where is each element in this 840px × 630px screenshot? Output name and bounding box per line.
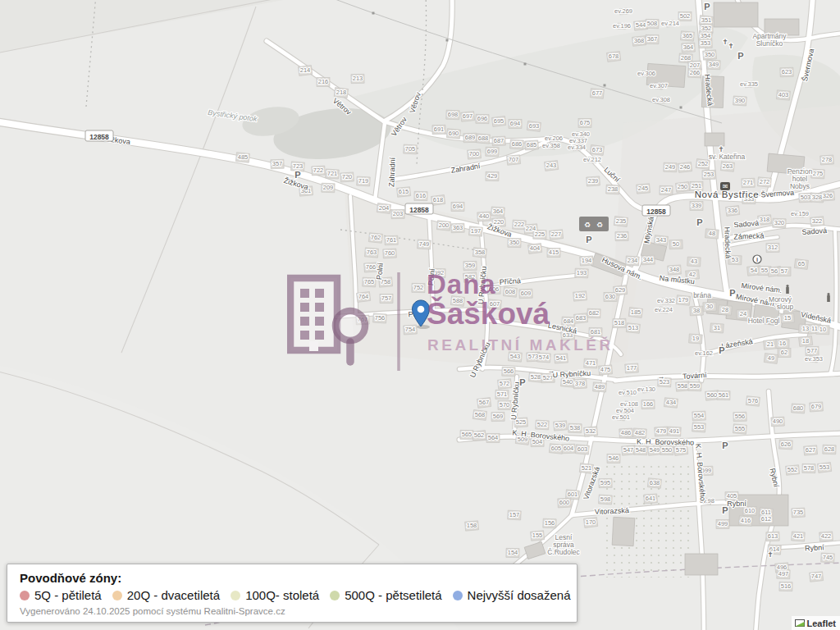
house-number: 55: [761, 267, 768, 274]
legend-item: 100Q- stoletá: [231, 588, 319, 602]
house-number: 65: [798, 260, 805, 267]
monument-icon: [786, 287, 789, 294]
house-number: 623: [782, 68, 792, 75]
house-number: 699: [487, 148, 498, 155]
house-number: 166: [643, 400, 654, 408]
house-number: 177: [627, 364, 637, 372]
parking-icon: P: [696, 217, 702, 227]
house-number: ev.335: [740, 80, 758, 88]
house-number: 697: [463, 112, 473, 120]
house-number: 194: [582, 257, 592, 264]
house-number: ev.334: [568, 144, 586, 151]
house-number: 629: [615, 286, 626, 294]
house-number: 564: [488, 434, 499, 441]
house-number: 497: [778, 570, 789, 578]
house-number: 641: [646, 495, 656, 502]
house-number: 601: [568, 491, 578, 498]
legend-item: 5Q - pětiletá: [20, 588, 102, 602]
road-ref-text: 12858: [646, 208, 666, 216]
house-number: 179: [678, 296, 689, 304]
house-number: 588: [453, 297, 463, 304]
house-number: 209: [323, 184, 334, 191]
house-number: 320: [774, 219, 785, 226]
house-number: 18: [802, 337, 809, 345]
house-number: 683: [576, 314, 587, 322]
poi-label: Nobys: [790, 182, 810, 190]
house-number: 705: [405, 145, 416, 153]
church-cross-icon: ✝: [728, 42, 734, 50]
monument-icon: [827, 295, 830, 302]
house-number: 698: [448, 111, 459, 118]
house-number: 502: [680, 12, 691, 20]
house-number: 312: [768, 244, 778, 251]
house-number: 544: [636, 21, 646, 29]
leaflet-link[interactable]: Leaflet: [807, 619, 836, 628]
house-number: ev.501: [612, 413, 630, 421]
house-number: 251: [692, 182, 702, 189]
house-number: ev.332: [657, 297, 675, 304]
map-canvas[interactable]: 2142162182134853577237227217207193612096…: [0, 0, 840, 630]
house-number: 250: [678, 183, 688, 190]
house-number: 214: [300, 66, 311, 74]
house-number: 322: [812, 217, 823, 225]
house-number: 266: [690, 69, 701, 76]
house-number: 603: [578, 445, 588, 453]
house-number: 516: [781, 582, 792, 590]
house-number: 555: [735, 425, 746, 432]
street-label: Rybní: [727, 500, 746, 508]
legend-zone-label: Nejvyšší dosažená: [468, 588, 571, 602]
house-number: 700: [469, 150, 480, 158]
house-number: 618: [433, 196, 444, 203]
parking-icon: P: [586, 235, 591, 244]
house-number: ev.212: [583, 156, 601, 163]
house-number: 576: [748, 397, 759, 404]
house-number: 686: [512, 140, 523, 148]
house-number: 246: [680, 163, 691, 171]
house-number: 357: [272, 160, 283, 167]
house-number: 565: [462, 431, 472, 438]
house-number: 757: [381, 294, 392, 302]
svg-text:✉: ✉: [723, 183, 728, 190]
svg-text:i: i: [756, 256, 758, 263]
house-number: 348: [669, 266, 680, 273]
house-number: 675: [580, 119, 591, 126]
street-label: Zahradní: [450, 162, 482, 175]
oneway-arrow-icon: →: [548, 367, 555, 375]
house-number: 549: [650, 446, 660, 454]
house-number: 749: [419, 240, 430, 248]
poi-label: Sluníčko: [756, 39, 783, 48]
street-label: Rybní: [805, 543, 825, 552]
house-number: 566: [504, 368, 514, 375]
house-number: 630: [605, 293, 616, 300]
house-number: 562: [474, 431, 485, 439]
location-marker-pin[interactable]: [410, 299, 431, 329]
house-number: 491: [669, 427, 680, 435]
house-number: 508: [647, 20, 658, 27]
house-number: 482: [635, 429, 646, 436]
house-number: 31: [714, 324, 720, 331]
house-number: 404: [530, 244, 541, 252]
house-number: 490: [773, 418, 783, 425]
building: [685, 554, 718, 575]
house-number: 405: [727, 492, 737, 500]
house-number: 761: [386, 236, 397, 244]
house-number: ev.130: [637, 386, 655, 393]
legend-item: 500Q - pětsetiletá: [330, 588, 441, 602]
house-number: 687: [494, 137, 504, 144]
marker-pin-shape: [413, 300, 430, 326]
house-number: 548: [636, 446, 646, 454]
house-number: 707: [509, 156, 519, 163]
house-number: 673: [592, 146, 603, 153]
house-number: 766: [366, 263, 377, 271]
house-number: 339: [692, 202, 702, 209]
house-number: 247: [661, 186, 672, 194]
street-label: Zahradní: [387, 157, 396, 187]
house-number: 350: [705, 51, 715, 58]
legend-zone-label: 500Q - pětsetiletá: [345, 588, 441, 602]
house-number: 721: [327, 170, 338, 177]
house-number: 612: [761, 515, 772, 523]
house-number: 518: [614, 319, 625, 326]
house-number: 767: [358, 316, 368, 323]
house-number: 604: [564, 445, 574, 452]
house-number: 609: [521, 290, 532, 297]
